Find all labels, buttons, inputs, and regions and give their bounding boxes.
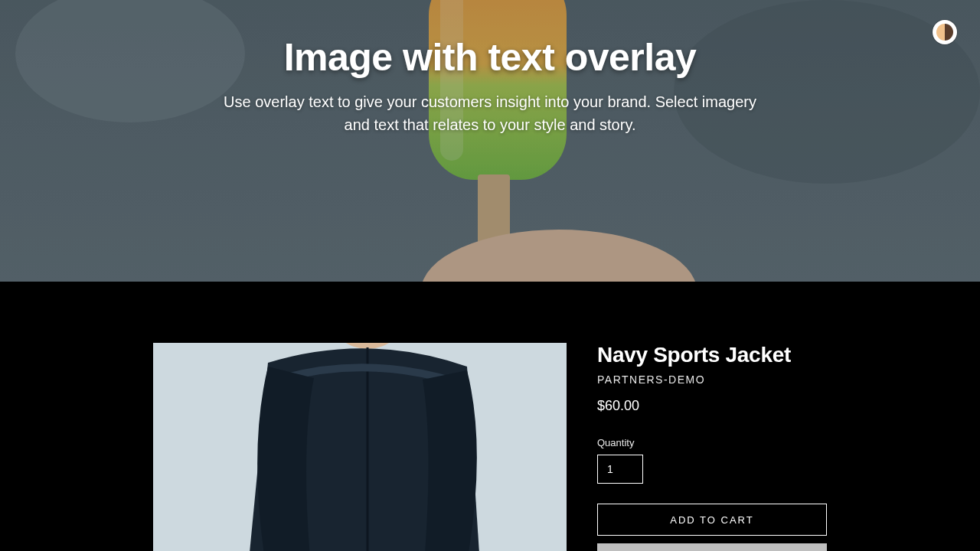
product-title: Navy Sports Jacket: [597, 343, 827, 367]
account-avatar-button[interactable]: [933, 20, 957, 44]
buy-it-now-button[interactable]: BUY IT NOW: [597, 543, 827, 551]
quantity-label: Quantity: [597, 437, 827, 448]
product-price: $60.00: [597, 398, 827, 414]
product-section: Navy Sports Jacket PARTNERS-DEMO $60.00 …: [0, 282, 980, 551]
hero-banner: Image with text overlay Use overlay text…: [0, 0, 980, 282]
product-info: Navy Sports Jacket PARTNERS-DEMO $60.00 …: [597, 343, 827, 551]
quantity-input[interactable]: [597, 455, 643, 484]
product-vendor: PARTNERS-DEMO: [597, 373, 827, 386]
hero-subtitle: Use overlay text to give your customers …: [214, 90, 766, 136]
add-to-cart-button[interactable]: ADD TO CART: [597, 504, 827, 536]
user-avatar-icon: [936, 24, 953, 41]
product-image[interactable]: [153, 343, 567, 551]
hero-title: Image with text overlay: [284, 35, 697, 80]
